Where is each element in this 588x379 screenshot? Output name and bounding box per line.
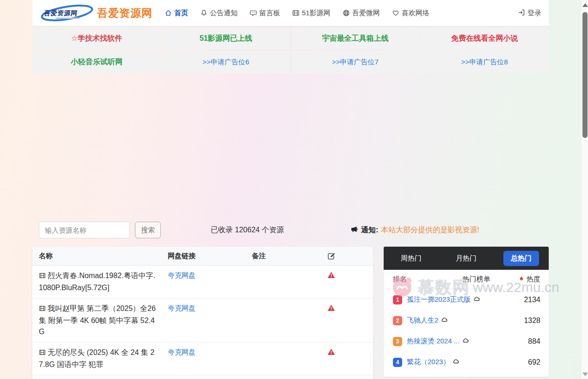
rank-badge: 2: [393, 316, 402, 325]
resource-title: 无尽的尽头 (2025) 4K 全 24 集 27.8G 国语中字 犯罪: [39, 348, 154, 368]
tab-month-hot[interactable]: 月热门: [439, 251, 494, 266]
report-warning-icon[interactable]: [289, 266, 373, 298]
nav-item-announcements[interactable]: 公告通知: [200, 9, 238, 18]
ad-slot-7[interactable]: >>申请广告位7: [291, 51, 420, 73]
netdisk-link[interactable]: 夸克网盘: [168, 304, 196, 312]
rank-tab-bar: 周热门 月热门 总热门: [384, 247, 549, 270]
search-button[interactable]: 搜索: [135, 222, 161, 238]
report-warning-icon[interactable]: [289, 375, 373, 379]
note-cell: [229, 266, 289, 298]
resource-title: 我叫赵甲第 第二季（2025）全26集 附第一季 4K 60帧 简中字幕 52.…: [39, 304, 156, 336]
ad-slot-4[interactable]: 免费在线看全网小说: [420, 27, 549, 50]
resource-table: 名称 网盘链接 备注 烈火青春.Nomad.1982.粤语中字.1080P.Bl…: [32, 247, 373, 379]
heat-col-label: 热度: [518, 275, 549, 284]
rank-link[interactable]: 繁花（2023）: [407, 358, 459, 367]
nav-label: 吾爱微网: [352, 9, 380, 18]
ad-slot-6[interactable]: >>申请广告位6: [162, 51, 290, 73]
rank-title-text: 热辣滚烫 2024 ...: [407, 337, 459, 346]
cloud-icon: [473, 295, 480, 304]
rank-item: 1 孤注一掷2023正式版 2134: [384, 289, 549, 310]
rank-item: 3 热辣滚烫 2024 ... 884: [384, 331, 549, 352]
resource-name: 无尽的尽头 (2025) 4K 全 24 集 27.8G 国语中字 犯罪: [32, 342, 164, 375]
flame-icon: [518, 275, 525, 284]
ad-slot-1[interactable]: ☆学技术找软件: [32, 27, 161, 50]
ad-banner-grid: ☆学技术找软件 51影源网已上线 宇宙最全工具箱上线 免费在线看全网小说 小轻音…: [32, 27, 549, 73]
notice-text[interactable]: 本站大部分提供的是影视资源!: [381, 225, 479, 235]
cloud-icon: [441, 316, 448, 325]
film-icon: [39, 304, 46, 315]
rank-link[interactable]: 飞驰人生2: [407, 316, 448, 325]
search-input[interactable]: [39, 222, 130, 238]
rank-list-header: 排名 热门榜单 热度: [384, 270, 549, 289]
nav-label: 留言板: [259, 9, 280, 18]
resource-name: 绝密较量 (2025) 全28集 4K: [32, 375, 164, 379]
logo-text: 吾爱资源网: [43, 9, 78, 18]
nav-item-51yingyuan[interactable]: 51影源网: [292, 9, 331, 18]
film-icon: [292, 9, 300, 17]
edit-icon[interactable]: [289, 247, 373, 265]
brand-title: 吾爱资源网: [97, 6, 153, 20]
report-warning-icon[interactable]: [289, 342, 373, 375]
top-navbar: 吾爱资源网 吾爱资源网 首页 公告通知: [32, 0, 549, 26]
rank-badge: 1: [393, 295, 402, 304]
nav-item-home[interactable]: 首页: [165, 9, 188, 18]
nav-item-xihuanwangluo[interactable]: 喜欢网络: [392, 9, 429, 18]
cloud-icon: [452, 358, 459, 367]
cloud-icon: [462, 337, 469, 346]
nav-label: 喜欢网络: [402, 9, 429, 18]
nav-label: 首页: [174, 9, 188, 18]
rank-item: 2 飞驰人生2 1328: [384, 310, 549, 331]
rank-col-label: 排名: [384, 275, 435, 284]
rank-badge: 3: [393, 337, 402, 346]
scrollbar-down-arrow-icon[interactable]: [582, 373, 588, 376]
nav-item-message-board[interactable]: 留言板: [250, 9, 280, 18]
report-warning-icon[interactable]: [289, 298, 373, 342]
heat-value: 692: [528, 358, 549, 367]
ad-slot-8[interactable]: >>申请广告位8: [420, 51, 549, 73]
resource-count: 已收录 120624 个资源: [162, 221, 333, 239]
tab-total-hot[interactable]: 总热门: [494, 251, 549, 266]
col-header-link: 网盘链接: [164, 247, 229, 265]
netdisk-link[interactable]: 夸克网盘: [168, 348, 196, 356]
ad-slot-2[interactable]: 51影源网已上线: [162, 27, 290, 50]
ad-slot-3[interactable]: 宇宙最全工具箱上线: [291, 27, 420, 50]
login-icon: [518, 9, 525, 18]
nav-label: 公告通知: [210, 9, 238, 18]
film-icon: [39, 348, 46, 359]
note-cell: [229, 298, 289, 342]
logo-slogan-line: [55, 18, 80, 19]
notice-label: 通知:: [361, 225, 378, 235]
table-header-row: 名称 网盘链接 备注: [32, 247, 373, 266]
site-logo[interactable]: 吾爱资源网 吾爱资源网: [40, 3, 153, 23]
login-button[interactable]: 登录: [518, 9, 541, 18]
rank-title-text: 飞驰人生2: [407, 316, 438, 325]
tab-week-hot[interactable]: 周热门: [384, 251, 439, 266]
scrollbar-up-arrow-icon[interactable]: [582, 3, 588, 7]
megaphone-icon: [350, 225, 358, 235]
comment-icon: [250, 9, 257, 17]
logo-swoosh-icon: 吾爱资源网: [40, 3, 94, 23]
col-header-note: 备注: [229, 247, 289, 265]
scrollbar[interactable]: [581, 0, 588, 379]
table-row: 我叫赵甲第 第二季（2025）全26集 附第一季 4K 60帧 简中字幕 52.…: [32, 298, 373, 342]
scrollbar-thumb[interactable]: [582, 12, 588, 138]
netdisk-link[interactable]: 夸克网盘: [168, 271, 196, 279]
resource-name: 烈火青春.Nomad.1982.粤语中字.1080P.BluRay[5.72G]: [32, 266, 164, 298]
rank-item: 4 繁花（2023） 692: [384, 352, 549, 373]
rank-link[interactable]: 热辣滚烫 2024 ...: [407, 337, 469, 346]
hot-rank-panel: 周热门 月热门 总热门 排名 热门榜单 热度 1 孤注一掷2023正式版 213…: [384, 247, 549, 377]
site-notice: 通知: 本站大部分提供的是影视资源!: [350, 221, 479, 239]
resource-name: 我叫赵甲第 第二季（2025）全26集 附第一季 4K 60帧 简中字幕 52.…: [32, 298, 164, 342]
table-row: 绝密较量 (2025) 全28集 4K 夸克网盘: [32, 375, 373, 379]
globe-icon: [343, 9, 350, 17]
ad-slot-5[interactable]: 小轻音乐试听网: [32, 51, 161, 73]
resource-title: 烈火青春.Nomad.1982.粤语中字.1080P.BluRay[5.72G]: [39, 272, 155, 292]
search-section: 搜索 已收录 120624 个资源 通知: 本站大部分提供的是影视资源!: [32, 221, 549, 239]
main-nav: 首页 公告通知 留言板: [165, 9, 429, 18]
rank-title-text: 繁花（2023）: [407, 358, 450, 367]
home-icon: [165, 9, 172, 17]
heat-value: 884: [528, 337, 549, 346]
rank-link[interactable]: 孤注一掷2023正式版: [407, 295, 480, 304]
note-cell: [229, 342, 289, 375]
nav-item-wuaiweiwang[interactable]: 吾爱微网: [343, 9, 380, 18]
